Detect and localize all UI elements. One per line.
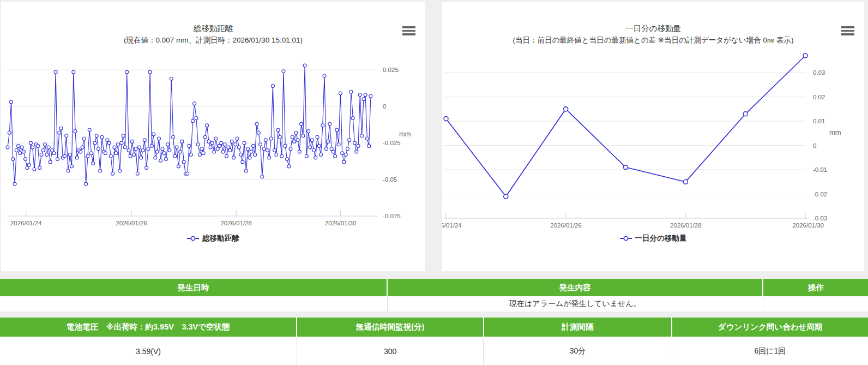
- battery-voltage-value: 3.59(V): [0, 337, 297, 365]
- daily-movement-chart-panel: 0.030.020.010-0.01-0.02-0.032026/01/2420…: [442, 2, 864, 271]
- dashboard: 0.0250-0.025-0.05-0.0752026/01/242026/01…: [0, 2, 868, 365]
- legend-line-marker-icon: [620, 235, 632, 242]
- status-table: 電池電圧 ※出荷時：約3.95V 3.3Vで空状態 無通信時間監視(分) 計測間…: [0, 318, 868, 365]
- divider: [0, 271, 868, 279]
- no-alarm-message: 現在はアラームが発生していません。: [387, 296, 763, 312]
- column-header-occurrence-datetime: 発生日時: [0, 279, 387, 296]
- empty-cell: [0, 296, 387, 312]
- chart-context-menu-icon[interactable]: [402, 26, 415, 35]
- svg-text:2026/01/24: 2026/01/24: [442, 222, 462, 229]
- svg-text:-0.075: -0.075: [383, 213, 401, 219]
- downlink-cycle-value: 6回に1回: [672, 337, 868, 365]
- total-distance-chart-panel: 0.0250-0.025-0.05-0.0752026/01/242026/01…: [1, 2, 425, 271]
- chart-subtitle: (現在値：0.007 mm、計測日時：2026/01/30 15:01:01): [1, 35, 425, 45]
- svg-text:-0.02: -0.02: [813, 191, 827, 198]
- svg-text:2026/01/28: 2026/01/28: [670, 222, 702, 229]
- svg-text:-0.01: -0.01: [813, 166, 827, 173]
- svg-text:mm: mm: [829, 128, 841, 136]
- legend-item-daily-movement[interactable]: 一日分の移動量: [442, 234, 864, 243]
- status-table-header-row: 電池電圧 ※出荷時：約3.95V 3.3Vで空状態 無通信時間監視(分) 計測間…: [0, 318, 868, 337]
- legend-line-marker-icon: [187, 235, 199, 242]
- chart-grid: [444, 73, 805, 194]
- alarm-table-empty-row: 現在はアラームが発生していません。: [0, 296, 868, 312]
- legend-label: 一日分の移動量: [635, 234, 687, 243]
- svg-text:2026/01/24: 2026/01/24: [10, 220, 42, 226]
- svg-text:0.025: 0.025: [383, 67, 399, 73]
- svg-text:-0.03: -0.03: [813, 215, 827, 222]
- empty-cell: [763, 296, 868, 312]
- status-table-value-row: 3.59(V) 300 30分 6回に1回: [0, 337, 868, 365]
- legend-label: 総移動距離: [202, 234, 239, 243]
- measurement-interval-value: 30分: [484, 337, 672, 365]
- svg-text:-0.025: -0.025: [383, 140, 401, 146]
- column-header-occurrence-content: 発生内容: [387, 279, 763, 296]
- column-header-operation: 操作: [763, 279, 868, 296]
- divider: [0, 312, 868, 318]
- chart-title: 一日分の移動量: [442, 23, 864, 34]
- svg-text:0.03: 0.03: [813, 69, 825, 76]
- svg-text:0: 0: [813, 142, 816, 149]
- svg-text:0.01: 0.01: [813, 118, 825, 124]
- chart-series: [6, 64, 372, 186]
- chart-series: [444, 53, 807, 199]
- column-header-measurement-interval: 計測間隔: [484, 318, 672, 337]
- chart-title: 総移動距離: [1, 23, 425, 34]
- alarm-table: 発生日時 発生内容 操作 現在はアラームが発生していません。: [0, 279, 868, 312]
- no-comm-monitoring-value: 300: [297, 337, 483, 365]
- svg-text:0.02: 0.02: [813, 94, 825, 100]
- chart-subtitle: (当日：前日の最終値と当日の最新値との差 ※当日の計測データがない場合 0㎜ 表…: [442, 35, 864, 45]
- column-header-no-comm-monitoring: 無通信時間監視(分): [297, 318, 483, 337]
- svg-text:2026/01/30: 2026/01/30: [325, 220, 357, 226]
- svg-text:-0.05: -0.05: [383, 176, 397, 183]
- svg-text:2026/01/28: 2026/01/28: [220, 220, 252, 226]
- svg-text:2026/01/30: 2026/01/30: [792, 222, 824, 229]
- column-header-downlink-cycle: ダウンリンク問い合わせ周期: [672, 318, 868, 337]
- column-header-battery-voltage: 電池電圧 ※出荷時：約3.95V 3.3Vで空状態: [0, 318, 297, 337]
- chart-grid: [8, 70, 375, 179]
- svg-text:2026/01/26: 2026/01/26: [116, 220, 147, 226]
- charts-row: 0.0250-0.025-0.05-0.0752026/01/242026/01…: [0, 2, 868, 271]
- svg-text:2026/01/26: 2026/01/26: [550, 222, 582, 229]
- alarm-table-header-row: 発生日時 発生内容 操作: [0, 279, 868, 296]
- chart-context-menu-icon[interactable]: [841, 26, 854, 35]
- legend-item-total-distance[interactable]: 総移動距離: [1, 234, 425, 243]
- svg-text:0: 0: [383, 103, 386, 110]
- svg-text:mm: mm: [399, 130, 411, 138]
